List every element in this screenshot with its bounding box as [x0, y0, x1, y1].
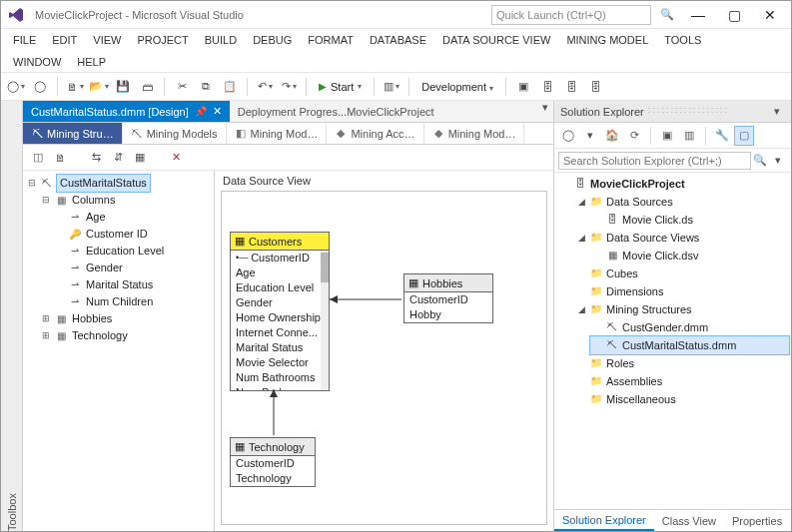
- se-back-button[interactable]: ◯: [558, 126, 578, 146]
- minimize-button[interactable]: —: [683, 7, 713, 23]
- mining-item-custgender[interactable]: ⛏CustGender.dmm: [590, 318, 789, 336]
- dsv-table-hobbies[interactable]: ▦Hobbies CustomerID Hobby: [403, 273, 493, 323]
- se-forward-button[interactable]: ▾: [580, 126, 600, 146]
- cut-button[interactable]: ✂: [171, 76, 193, 98]
- table-scrollbar[interactable]: [321, 251, 329, 390]
- new-project-button[interactable]: 🗎: [64, 76, 86, 98]
- ds-item[interactable]: 🗄Movie Click.ds: [590, 211, 789, 229]
- btab-solution-explorer[interactable]: Solution Explorer: [554, 511, 654, 531]
- tree-col-customerid[interactable]: 🔑Customer ID: [53, 226, 212, 243]
- tree-col-education[interactable]: ⇀Education Level: [53, 243, 212, 260]
- menu-format[interactable]: FORMAT: [300, 31, 362, 49]
- subtab-mining-models[interactable]: ⛏Mining Models: [123, 123, 227, 144]
- tree-col-age[interactable]: ⇀Age: [53, 209, 212, 226]
- target-dropdown[interactable]: ▥: [381, 76, 402, 98]
- se-sync-button[interactable]: ⟳: [624, 126, 644, 146]
- subtab-mining-model-prediction[interactable]: ◆Mining Mod…: [424, 123, 525, 144]
- solution-search-input[interactable]: [558, 152, 751, 170]
- menu-build[interactable]: BUILD: [197, 31, 245, 49]
- panel-menu-button[interactable]: ▾: [769, 105, 785, 118]
- dimensions-node[interactable]: 📁Dimensions: [574, 282, 789, 300]
- collapse-icon[interactable]: ⊟: [41, 192, 51, 209]
- dsv-node[interactable]: ◢📁Data Source Views: [574, 229, 789, 247]
- project-node[interactable]: 🗄MovieClickProject: [558, 175, 789, 193]
- close-button[interactable]: ✕: [755, 7, 785, 23]
- doctab-overflow-button[interactable]: ▾: [537, 101, 553, 122]
- dsv-table-technology[interactable]: ▦Technology CustomerID Technology: [230, 437, 316, 487]
- tree-root-node[interactable]: ⊟⛏CustMaritalStatus: [25, 175, 212, 192]
- db3-button[interactable]: 🗄: [584, 76, 606, 98]
- collapse-icon[interactable]: ⊟: [27, 175, 37, 192]
- search-icon[interactable]: 🔍: [751, 154, 769, 167]
- cubes-node[interactable]: 📁Cubes: [574, 265, 789, 282]
- expand-icon[interactable]: ⊞: [41, 310, 51, 327]
- copy-button[interactable]: ⧉: [195, 76, 217, 98]
- search-dropdown-icon[interactable]: ▾: [769, 154, 787, 167]
- menu-mining-model[interactable]: MINING MODEL: [558, 31, 656, 49]
- collapse-icon[interactable]: ◢: [576, 229, 586, 247]
- subtab-mining-structure[interactable]: ⛏Mining Stru…: [23, 123, 123, 144]
- mining-item-custmarital[interactable]: ⛏CustMaritalStatus.dmm: [590, 336, 789, 354]
- se-home-button[interactable]: 🏠: [602, 126, 622, 146]
- redo-button[interactable]: ↷: [278, 76, 300, 98]
- maximize-button[interactable]: ▢: [719, 7, 749, 23]
- doctab-custmaritalstatus[interactable]: CustMaritalStatus.dmm [Design] 📌 ✕: [23, 101, 230, 122]
- collapse-icon[interactable]: ◢: [576, 300, 586, 318]
- subtab-mining-accuracy[interactable]: ◆Mining Acc…: [327, 123, 423, 144]
- tree-col-numchildren[interactable]: ⇀Num Children: [53, 293, 212, 310]
- db1-button[interactable]: 🗄: [536, 76, 558, 98]
- se-showall-button[interactable]: ▥: [679, 126, 699, 146]
- menu-edit[interactable]: EDIT: [44, 31, 85, 49]
- menu-debug[interactable]: DEBUG: [245, 31, 300, 49]
- tree-columns-node[interactable]: ⊟▦Columns: [39, 192, 212, 209]
- process-button[interactable]: ◫: [29, 149, 47, 167]
- tree-btn-2[interactable]: ⇵: [109, 149, 127, 167]
- paste-button[interactable]: 📋: [219, 76, 241, 98]
- menu-help[interactable]: HELP: [69, 53, 114, 71]
- menu-dsv[interactable]: DATA SOURCE VIEW: [434, 31, 558, 49]
- close-tab-icon[interactable]: ✕: [213, 105, 222, 118]
- tree-col-gender[interactable]: ⇀Gender: [53, 260, 212, 276]
- solution-config-dropdown[interactable]: Development ▾: [415, 79, 499, 95]
- open-button[interactable]: 📂: [88, 76, 110, 98]
- menu-window[interactable]: WINDOW: [5, 53, 69, 71]
- tree-btn-3[interactable]: ▦: [131, 149, 149, 167]
- pin-icon[interactable]: 📌: [195, 106, 207, 117]
- search-icon[interactable]: 🔍: [657, 8, 677, 21]
- data-sources-node[interactable]: ◢📁Data Sources: [574, 193, 789, 211]
- btab-class-view[interactable]: Class View: [654, 512, 724, 530]
- assemblies-node[interactable]: 📁Assemblies: [574, 372, 789, 390]
- save-all-button[interactable]: 🗃: [136, 76, 158, 98]
- expand-icon[interactable]: ⊞: [41, 327, 51, 344]
- dsv-item[interactable]: ▦Movie Click.dsv: [590, 247, 789, 265]
- menu-tools[interactable]: TOOLS: [656, 31, 709, 49]
- dsv-table-customers[interactable]: ▦Customers •—CustomerID Age Education Le…: [230, 232, 330, 391]
- subtab-mining-model-viewer[interactable]: ◧Mining Mod…: [227, 123, 328, 144]
- collapse-icon[interactable]: ◢: [576, 193, 586, 211]
- undo-button[interactable]: ↶: [254, 76, 276, 98]
- delete-button[interactable]: ✕: [167, 149, 185, 167]
- db2-button[interactable]: 🗄: [560, 76, 582, 98]
- deploy-button[interactable]: ▣: [512, 76, 534, 98]
- dsv-canvas[interactable]: ▦Customers •—CustomerID Age Education Le…: [221, 191, 547, 525]
- btab-properties[interactable]: Properties: [724, 512, 790, 530]
- roles-node[interactable]: 📁Roles: [574, 354, 789, 372]
- se-preview-button[interactable]: ▢: [734, 126, 754, 146]
- start-debug-button[interactable]: ▶Start ▾: [313, 79, 368, 95]
- nav-back-button[interactable]: ◯: [5, 76, 27, 98]
- se-collapse-button[interactable]: ▣: [657, 126, 677, 146]
- save-button[interactable]: 💾: [112, 76, 134, 98]
- nav-forward-button[interactable]: ◯: [29, 76, 51, 98]
- menu-view[interactable]: VIEW: [85, 31, 129, 49]
- se-properties-button[interactable]: 🔧: [712, 126, 732, 146]
- menu-database[interactable]: DATABASE: [362, 31, 434, 49]
- tree-nested-technology[interactable]: ⊞▦Technology: [39, 327, 212, 344]
- menu-project[interactable]: PROJECT: [129, 31, 196, 49]
- tree-nested-hobbies[interactable]: ⊞▦Hobbies: [39, 310, 212, 327]
- tree-col-marital[interactable]: ⇀Marital Status: [53, 276, 212, 293]
- mining-node[interactable]: ◢📁Mining Structures: [574, 300, 789, 318]
- menu-file[interactable]: FILE: [5, 31, 44, 49]
- toolbox-strip[interactable]: Toolbox: [1, 101, 23, 531]
- add-button[interactable]: 🗎: [51, 149, 69, 167]
- misc-node[interactable]: 📁Miscellaneous: [574, 390, 789, 408]
